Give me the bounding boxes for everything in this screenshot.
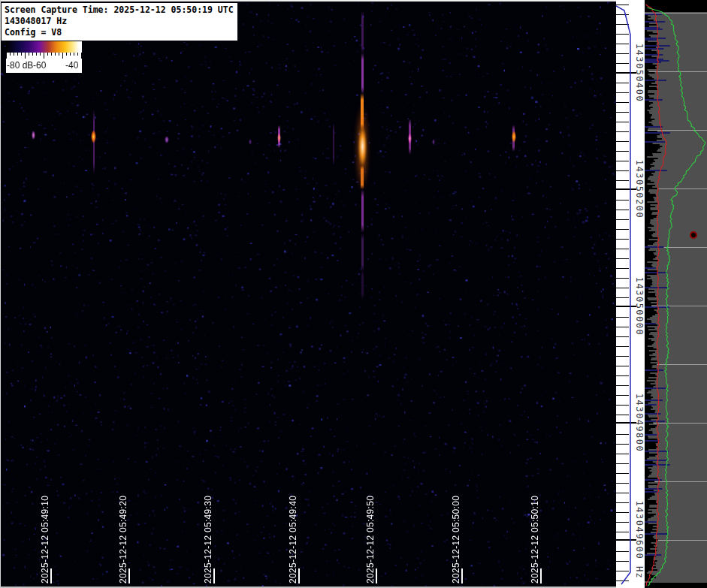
colorbar-tick <box>74 53 74 56</box>
colorbar-tick <box>44 53 44 59</box>
colorbar-tick <box>32 53 33 56</box>
colorbar-tick <box>59 53 59 56</box>
colorbar-tick <box>17 53 18 56</box>
time-label: 2025-12-12 05:49:10 <box>40 496 50 583</box>
colorbar-tick <box>55 53 56 56</box>
capture-info-box: Screen Capture Time: 2025-12-12 05:50:19… <box>2 3 237 41</box>
frequency-axis-line <box>616 0 645 588</box>
time-tick <box>128 568 130 583</box>
time-tick <box>213 568 215 583</box>
frequency-scale: 1430504001430502001430500001430498001430… <box>616 0 645 588</box>
colorbar-tick <box>66 53 67 56</box>
colorbar-gradient <box>6 41 82 53</box>
colorbar-tick <box>10 53 11 56</box>
colorbar-tick <box>77 53 78 56</box>
time-label: 2025-12-12 05:49:40 <box>288 496 298 583</box>
time-tick <box>540 568 542 583</box>
colorbar-tick <box>6 53 7 59</box>
colorbar-tick <box>25 53 26 59</box>
noise-background-canvas <box>0 0 616 588</box>
time-label: 2025-12-12 05:49:20 <box>118 496 128 583</box>
screen-capture-root: 2025-12-12 05:49:102025-12-12 05:49:2020… <box>0 0 707 588</box>
colorbar-tick <box>51 53 52 56</box>
time-label: 2025-12-12 05:50:10 <box>530 496 540 583</box>
spectrum-side-panel <box>645 0 707 588</box>
capture-config-text: Config = V8 <box>5 27 234 38</box>
time-label: 2025-12-12 05:49:50 <box>365 496 376 583</box>
colorbar-tick <box>21 53 22 56</box>
left-border <box>0 0 1 588</box>
colorbar-tick <box>14 53 14 56</box>
colorbar-tick <box>36 53 37 56</box>
colorbar-legend: -80 dB-60-40 <box>6 41 82 73</box>
colorbar-tick <box>40 53 41 56</box>
capture-time-text: Screen Capture Time: 2025-12-12 05:50:19… <box>5 5 234 16</box>
time-tick <box>298 568 300 583</box>
time-tick <box>461 568 463 583</box>
colorbar-tick <box>81 53 82 59</box>
spectrum-panel-canvas <box>645 0 707 588</box>
time-tick <box>376 568 377 583</box>
colorbar-tick <box>62 53 63 59</box>
colorbar-tick <box>29 53 29 56</box>
colorbar-label: -80 dB <box>7 60 33 71</box>
colorbar-tick <box>70 53 71 56</box>
colorbar-label: -60 <box>33 60 46 71</box>
colorbar-label: -40 <box>65 60 78 71</box>
waterfall-spectrogram: 2025-12-12 05:49:102025-12-12 05:49:2020… <box>0 0 616 588</box>
top-border <box>0 0 616 2</box>
time-label: 2025-12-12 05:49:30 <box>203 496 213 583</box>
colorbar-tick <box>47 53 48 56</box>
capture-frequency-text: 143048017 Hz <box>5 16 234 27</box>
colorbar-ruler: -80 dB-60-40 <box>6 53 82 73</box>
time-label: 2025-12-12 05:50:00 <box>451 496 461 583</box>
time-tick <box>50 568 52 583</box>
